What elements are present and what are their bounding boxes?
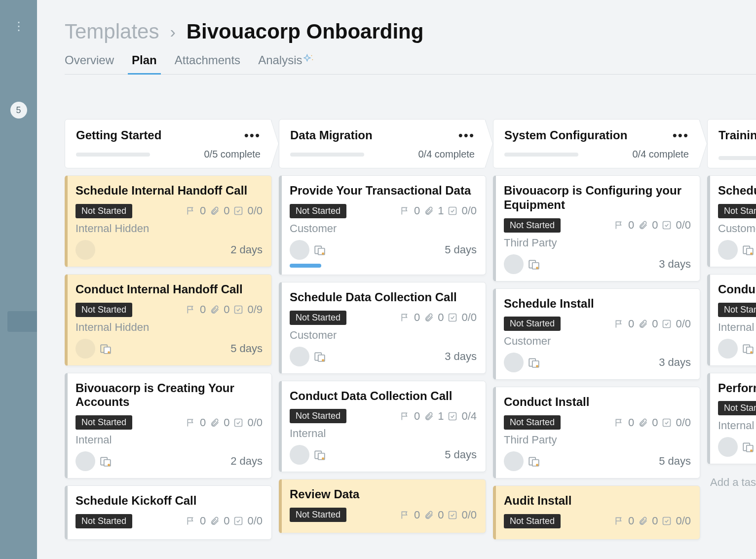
dependency-icon (313, 350, 326, 363)
avatar[interactable] (76, 339, 95, 359)
svg-rect-3 (235, 306, 242, 314)
task-card[interactable]: Schedule Data Collection CallNot Started… (279, 282, 486, 374)
task-duration: 2 days (230, 455, 263, 468)
paperclip-icon (638, 319, 648, 329)
stage-progress-text: 0/5 complete (204, 149, 261, 160)
stage-header[interactable]: Getting Started•••0/5 complete (65, 119, 272, 168)
task-metrics: 000/0 (400, 509, 477, 521)
task-card[interactable]: Conduct Internal Handoff CallNot Started… (65, 274, 272, 366)
tab-overview[interactable]: Overview (65, 53, 114, 74)
avatar[interactable] (290, 445, 309, 465)
checklist-count: 0/0 (676, 416, 691, 429)
attachment-count: 0 (224, 204, 229, 217)
avatar[interactable] (504, 254, 524, 274)
avatar[interactable] (290, 347, 309, 366)
status-badge: Not Started (290, 311, 346, 325)
kebab-icon[interactable]: ••• (673, 133, 689, 138)
avatar[interactable] (76, 240, 95, 260)
stage-header[interactable]: Training••• (707, 119, 756, 168)
avatar[interactable] (504, 451, 524, 471)
task-metrics: 000/0 (186, 204, 263, 217)
task-card[interactable]: Bivouacorp is Configuring your Equipment… (493, 175, 700, 281)
avatar[interactable] (718, 339, 738, 359)
task-duration: 3 days (659, 258, 691, 271)
paperclip-icon (638, 418, 648, 428)
checklist-icon (233, 305, 243, 315)
flag-icon (186, 418, 196, 428)
task-metrics: 010/4 (400, 410, 477, 423)
breadcrumb-templates[interactable]: Templates (65, 20, 159, 43)
flag-icon (400, 313, 410, 322)
checklist-icon (448, 510, 457, 520)
task-card[interactable]: Conduct TraNot StartedInternal (707, 274, 756, 366)
paperclip-icon (210, 305, 220, 315)
dependency-icon (528, 258, 540, 271)
task-duration: 3 days (445, 350, 477, 363)
tab-attachments[interactable]: Attachments (175, 53, 240, 74)
task-visibility: Customer (290, 222, 477, 235)
task-metrics: 000/0 (400, 311, 477, 324)
add-task-input[interactable]: Add a task.... (707, 471, 756, 494)
checklist-icon (662, 418, 672, 428)
task-card[interactable]: Review DataNot Started000/0 (279, 479, 486, 533)
task-card[interactable]: Schedule Internal Handoff CallNot Starte… (65, 175, 272, 267)
checklist-count: 0/9 (247, 303, 263, 316)
task-card[interactable]: Bivouacorp is Creating Your AccountsNot … (65, 373, 272, 479)
avatar[interactable] (76, 451, 95, 471)
task-card[interactable]: Schedule InstallNot Started000/0Customer… (493, 288, 700, 380)
task-title: Schedule Tra (718, 184, 756, 198)
task-title: Conduct Install (504, 395, 691, 409)
stage-title: Data Migration (290, 128, 373, 142)
svg-point-15 (322, 252, 324, 255)
avatar[interactable] (290, 240, 309, 260)
avatar[interactable] (718, 437, 738, 457)
checklist-icon (448, 206, 457, 216)
sidebar-count-badge[interactable]: 5 (10, 102, 27, 119)
stage-header[interactable]: System Configuration•••0/4 complete (493, 119, 700, 168)
avatar[interactable] (718, 240, 738, 260)
status-badge: Not Started (718, 204, 756, 218)
stage-progress-text: 0/4 complete (632, 149, 689, 160)
flag-count: 0 (628, 416, 634, 429)
attachment-count: 0 (224, 515, 229, 527)
task-metrics: 000/0 (614, 515, 691, 527)
sidebar-menu-icon[interactable]: ⋮ (13, 25, 25, 28)
task-visibility: Customer (290, 329, 477, 342)
status-badge: Not Started (76, 514, 132, 528)
tab-analysis[interactable]: Analysis (258, 53, 314, 74)
flag-icon (186, 305, 196, 315)
task-card[interactable]: Audit InstallNot Started000/0 (493, 485, 700, 540)
attachment-count: 0 (438, 311, 444, 324)
page-title: Bivouacorp Onboarding (187, 20, 424, 43)
stage-header[interactable]: Data Migration•••0/4 complete (279, 119, 486, 168)
task-card[interactable]: Provide Your Transactional DataNot Start… (279, 175, 486, 275)
kebab-icon[interactable]: ••• (244, 133, 261, 138)
avatar[interactable] (504, 353, 524, 372)
task-card[interactable]: Conduct InstallNot Started000/0Third Par… (493, 387, 700, 479)
flag-count: 0 (628, 219, 634, 232)
status-badge: Not Started (504, 317, 561, 331)
status-badge: Not Started (76, 303, 132, 317)
paperclip-icon (210, 206, 220, 216)
stage-progress-bar (76, 153, 150, 157)
task-card[interactable]: Schedule Kickoff CallNot Started000/0 (65, 485, 272, 540)
checklist-count: 0/0 (676, 515, 691, 527)
flag-count: 0 (414, 311, 420, 324)
svg-point-23 (322, 458, 324, 460)
sparkle-icon (303, 53, 314, 67)
attachment-count: 1 (438, 204, 444, 217)
dependency-icon (313, 243, 326, 256)
svg-point-46 (750, 450, 753, 452)
svg-point-6 (108, 351, 110, 354)
checklist-count: 0/0 (676, 318, 691, 330)
svg-rect-11 (235, 518, 242, 525)
task-card[interactable]: Schedule TraNot StartedCustomer (707, 175, 756, 267)
task-progress-bar (290, 264, 321, 268)
checklist-count: 0/0 (676, 219, 691, 232)
task-card[interactable]: Conduct Data Collection CallNot Started0… (279, 381, 486, 473)
flag-count: 0 (628, 318, 634, 330)
paperclip-icon (638, 220, 648, 230)
kebab-icon[interactable]: ••• (458, 133, 475, 138)
task-card[interactable]: Perform DryNot StartedInternal (707, 373, 756, 465)
tab-plan[interactable]: Plan (132, 53, 157, 74)
